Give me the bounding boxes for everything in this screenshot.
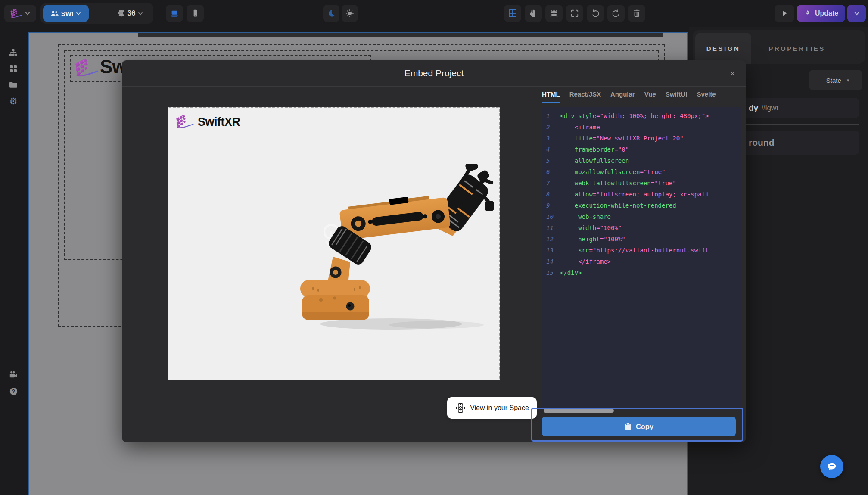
undo-button[interactable] [587,5,604,22]
preview-play-button[interactable] [775,5,794,22]
code-tab-react-jsx[interactable]: React/JSX [569,90,601,103]
dark-mode-button[interactable] [323,5,339,22]
redo-icon [612,9,620,18]
element-tag-text: dy [749,103,758,113]
code-tabs: HTMLReact/JSXAngularVueSwiftUISvelte [542,90,716,103]
preview-brand-text: SwiftXR [198,115,240,129]
code-tab-swiftui[interactable]: SwiftUI [666,90,688,103]
credits-dropdown[interactable]: 36 [109,3,152,24]
code-line: 9 execution-while-not-rendered [546,200,741,211]
update-button[interactable]: Update [797,5,845,22]
code-horizontal-scrollbar[interactable] [544,409,614,413]
mobile-view-button[interactable] [187,5,204,22]
code-line: 4 frameborder="0" [546,144,741,155]
screen-record-icon [9,370,18,379]
modal-title: Embed Project [122,60,746,86]
workspace-label: SWI [61,10,73,17]
code-line: 8 allow="fullscreen; autoplay; xr-spati [546,189,741,200]
embed-code-block[interactable]: 1<div style="width: 100%; height: 480px;… [542,107,741,408]
code-tab-angular[interactable]: Angular [610,90,635,103]
rocket-icon [804,9,812,17]
embed-project-modal: Embed Project × SwiftXR [122,60,746,442]
canvas-brand-logo-icon[interactable] [74,57,99,79]
view-in-space-button[interactable]: View in your Space [447,397,537,419]
code-line: 6 mozallowfullscreen="true" [546,166,741,177]
code-line: 15</div> [546,267,741,278]
tab-design[interactable]: DESIGN [695,33,751,64]
left-sidebar: ⚙ ? [0,27,27,495]
app-window: Sw DESIGN PROPERTIES - State - ▾ dy #igw… [0,0,868,495]
chevron-down-icon [76,12,81,16]
element-selector-row[interactable]: dy #igwt [737,98,859,118]
swiftxr-logo-icon [10,8,23,19]
top-toolbar: SWI 36 [0,0,868,27]
pan-tool-button[interactable] [525,5,542,22]
element-id-text: #igwt [761,104,778,112]
state-dropdown-label: - State - [822,77,845,84]
code-line: 3 title="New swiftXR Project 20" [546,133,741,144]
play-icon [781,9,788,17]
sun-icon [345,9,354,18]
robot-arm-model[interactable] [290,164,497,336]
tab-design-label: DESIGN [706,45,740,52]
code-line: 12 height="100%" [546,233,741,245]
laptop-icon [170,9,179,18]
background-row-label: round [749,137,774,148]
trash-icon [633,9,641,18]
redo-button[interactable] [607,5,625,22]
swiftxr-logo-icon [175,114,194,130]
project-preview: SwiftXR [168,107,500,380]
sidebar-item-help[interactable]: ? [8,386,19,396]
project-group: SWI 36 [40,3,153,24]
close-icon[interactable]: × [730,69,735,78]
code-tab-vue[interactable]: Vue [644,90,656,103]
grid-icon [508,9,517,18]
code-line: 14 </iframe> [546,256,741,267]
code-tab-svelte[interactable]: Svelte [697,90,716,103]
smartphone-icon [191,9,199,18]
sidebar-item-assets[interactable] [8,80,19,90]
chevron-down-icon [25,11,31,16]
state-dropdown[interactable]: - State - ▾ [809,70,862,90]
blocks-icon [9,65,18,73]
code-line: 13 src="https://valiant-butternut.swift [546,245,741,256]
sidebar-item-hierarchy[interactable] [8,48,19,58]
panel-divider [744,124,859,125]
sidebar-item-settings[interactable]: ⚙ [8,96,19,106]
coins-icon [117,9,125,17]
team-icon [51,10,59,16]
sidebar-item-recording[interactable] [8,370,19,380]
tab-properties[interactable]: PROPERTIES [754,33,840,64]
chevron-down-icon [854,11,860,16]
workspace-button[interactable]: SWI [43,5,89,22]
app-logo-menu[interactable] [4,5,36,22]
code-line: 10 web-share [546,211,741,222]
grid-toggle-button[interactable] [504,5,521,22]
chat-launcher-button[interactable] [820,455,843,478]
gear-icon: ⚙ [9,97,18,106]
canvas-dark-strip[interactable] [138,33,663,37]
chat-bubble-icon [826,461,837,472]
update-options-button[interactable] [847,5,866,22]
collapse-view-button[interactable] [545,5,563,22]
code-line: 7 webkitallowfullscreen="true" [546,177,741,189]
undo-icon [591,9,600,18]
light-mode-button[interactable] [342,5,358,22]
sidebar-item-blocks[interactable] [8,64,19,74]
fullscreen-button[interactable] [566,5,583,22]
credits-count: 36 [128,9,136,18]
moon-icon [327,9,336,18]
delete-button[interactable] [628,5,645,22]
code-tab-html[interactable]: HTML [542,90,560,103]
background-row[interactable]: round [737,131,859,155]
folder-icon [9,81,18,89]
code-line: 11 width="100%" [546,222,741,233]
tab-properties-label: PROPERTIES [768,45,825,52]
desktop-view-button[interactable] [166,5,183,22]
code-line: 1<div style="width: 100%; height: 480px;… [546,110,741,121]
collapse-icon [550,9,558,18]
update-label: Update [815,9,838,17]
copy-button[interactable]: Copy [542,417,736,436]
chevron-down-icon [138,12,143,16]
chevron-down-icon: ▾ [847,78,849,83]
